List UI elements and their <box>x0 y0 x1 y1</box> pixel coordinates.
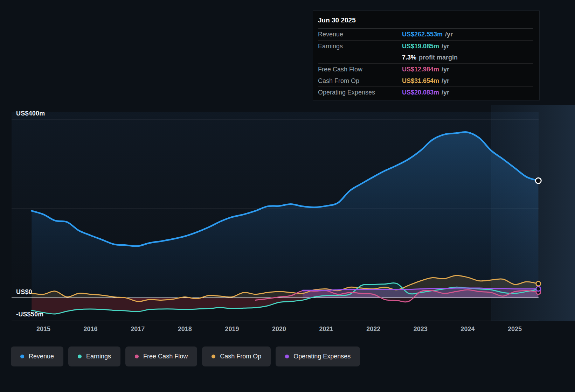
cashop-dot-icon <box>212 355 215 358</box>
x-axis-label-2016: 2016 <box>84 326 98 333</box>
fcf-dot-icon <box>135 355 139 358</box>
legend-label: Cash From Op <box>220 353 261 360</box>
tooltip-row-cashop: Cash From OpUS$31.654m/yr <box>318 75 533 86</box>
tooltip-row-earnings: EarningsUS$19.085m/yr <box>318 40 533 52</box>
tooltip-row-opex: Operating ExpensesUS$20.083m/yr <box>318 86 533 98</box>
revenue-end-marker <box>535 178 541 183</box>
tooltip-row-label: Revenue <box>318 31 402 38</box>
x-axis-label-2022: 2022 <box>366 326 380 333</box>
earnings-dot-icon <box>78 355 82 358</box>
y-axis-label: US$400m <box>16 110 45 117</box>
tooltip-row-value: US$20.083m <box>402 89 439 96</box>
x-axis-label-2023: 2023 <box>414 326 428 333</box>
tooltip-row-value: US$19.085m <box>402 43 439 50</box>
x-axis-label-2021: 2021 <box>319 326 333 333</box>
tooltip-row-value: US$31.654m <box>402 77 439 85</box>
y-axis-label: -US$50m <box>16 311 43 318</box>
legend-item-earnings[interactable]: Earnings <box>68 346 120 366</box>
tooltip-row-label: Cash From Op <box>318 77 402 85</box>
legend-label: Free Cash Flow <box>143 353 188 360</box>
x-axis-label-2025: 2025 <box>508 326 522 333</box>
tooltip-row-value: US$262.553m <box>402 31 443 38</box>
chart-tooltip: Jun 30 2025 RevenueUS$262.553m/yrEarning… <box>313 10 540 100</box>
legend: RevenueEarningsFree Cash FlowCash From O… <box>11 346 360 366</box>
tooltip-row-suffix: /yr <box>445 31 453 38</box>
tooltip-row-label: Operating Expenses <box>318 89 402 96</box>
legend-item-revenue[interactable]: Revenue <box>11 346 63 366</box>
tooltip-row-suffix: /yr <box>442 77 449 85</box>
tooltip-row-value: US$12.984m <box>402 66 439 73</box>
tooltip-row-fcf: Free Cash FlowUS$12.984m/yr <box>318 63 533 75</box>
earnings-revenue-history-chart: US$400mUS$0-US$50m 201520162017201820192… <box>0 0 575 392</box>
y-axis-label: US$0 <box>16 288 32 296</box>
legend-item-cashop[interactable]: Cash From Op <box>202 346 271 366</box>
x-axis-label-2019: 2019 <box>225 326 239 333</box>
tooltip-date: Jun 30 2025 <box>318 13 533 29</box>
legend-label: Revenue <box>29 353 54 360</box>
tooltip-row-revenue: RevenueUS$262.553m/yr <box>318 29 533 40</box>
legend-label: Earnings <box>86 353 111 360</box>
tooltip-rows: RevenueUS$262.553m/yrEarningsUS$19.085m/… <box>318 29 533 98</box>
tooltip-row-suffix: /yr <box>442 89 449 96</box>
tooltip-row-label: Free Cash Flow <box>318 66 402 73</box>
opex-end-marker <box>536 287 541 291</box>
tooltip-row-suffix: /yr <box>442 66 449 73</box>
x-axis-label-2024: 2024 <box>460 326 474 333</box>
tooltip-row-value: 7.3% <box>402 54 416 61</box>
x-axis-label-2020: 2020 <box>272 326 286 333</box>
tooltip-row-label: Earnings <box>318 43 402 50</box>
x-axis-label-2015: 2015 <box>36 326 50 333</box>
legend-item-fcf[interactable]: Free Cash Flow <box>125 346 197 366</box>
x-axis-label-2017: 2017 <box>131 326 145 333</box>
tooltip-row-margin: 7.3%profit margin <box>318 52 533 63</box>
revenue-dot-icon <box>20 355 24 358</box>
tooltip-row-suffix: /yr <box>442 43 449 50</box>
cashop-end-marker <box>536 281 541 286</box>
legend-label: Operating Expenses <box>293 353 351 360</box>
tooltip-row-suffix: profit margin <box>419 54 458 61</box>
x-axis-label-2018: 2018 <box>178 326 192 333</box>
opex-dot-icon <box>285 355 289 358</box>
legend-item-opex[interactable]: Operating Expenses <box>276 346 360 366</box>
